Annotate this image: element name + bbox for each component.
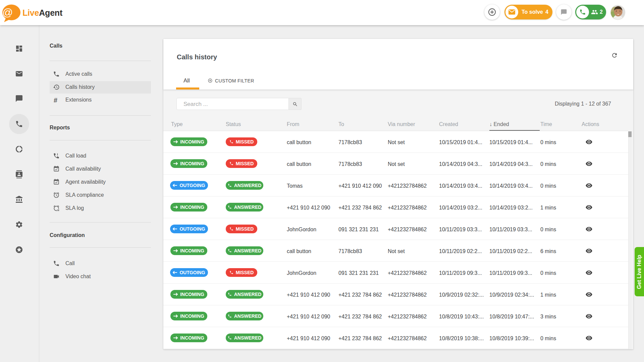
svg-text:@: @: [2, 7, 13, 18]
